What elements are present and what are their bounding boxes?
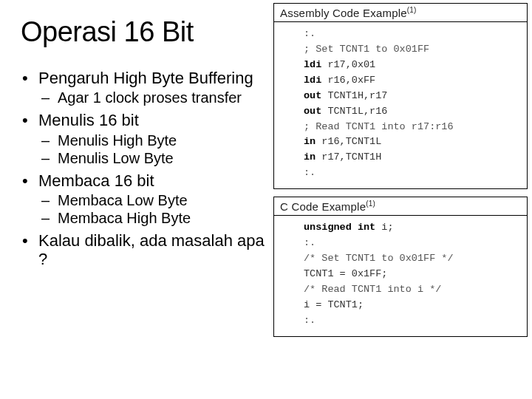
assembly-code-title: Assembly Code Example(1) [274, 4, 527, 22]
bullet-item: Membaca 16 bit Membaca Low Byte Membaca … [21, 171, 265, 227]
assembly-code-body: :. ; Set TCNT1 to 0x01FF ldi r17,0x01 ld… [274, 22, 527, 188]
bullet-text: Pengaruh High Byte Buffering [38, 69, 253, 87]
sub-bullet-item: Agar 1 clock proses transfer [38, 89, 265, 106]
bullet-item: Menulis 16 bit Menulis High Byte Menulis… [21, 111, 265, 166]
bullet-item: Pengaruh High Byte Buffering Agar 1 cloc… [21, 69, 265, 106]
sub-bullet-item: Membaca High Byte [38, 209, 265, 227]
code-column: Assembly Code Example(1) :. ; Set TCNT1 … [273, 0, 532, 399]
sub-bullet-item: Membaca Low Byte [38, 191, 265, 209]
slide-text-column: Operasi 16 Bit Pengaruh High Byte Buffer… [0, 0, 273, 399]
c-code-title: C Code Example(1) [274, 197, 527, 216]
c-code-box: C Code Example(1) unsigned int i; :. /* … [273, 197, 528, 336]
sub-bullet-item: Menulis Low Byte [38, 149, 265, 167]
bullet-text: Menulis 16 bit [38, 111, 139, 129]
c-code-body: unsigned int i; :. /* Set TCNT1 to 0x01F… [274, 216, 527, 335]
slide-title: Operasi 16 Bit [21, 16, 265, 48]
bullet-text: Kalau dibalik, ada masalah apa ? [38, 231, 265, 268]
sub-bullet-item: Menulis High Byte [38, 132, 265, 149]
bullet-text: Membaca 16 bit [38, 171, 154, 190]
assembly-code-box: Assembly Code Example(1) :. ; Set TCNT1 … [273, 3, 528, 189]
bullet-item: Kalau dibalik, ada masalah apa ? [21, 231, 265, 269]
bullet-list: Pengaruh High Byte Buffering Agar 1 cloc… [21, 69, 265, 268]
